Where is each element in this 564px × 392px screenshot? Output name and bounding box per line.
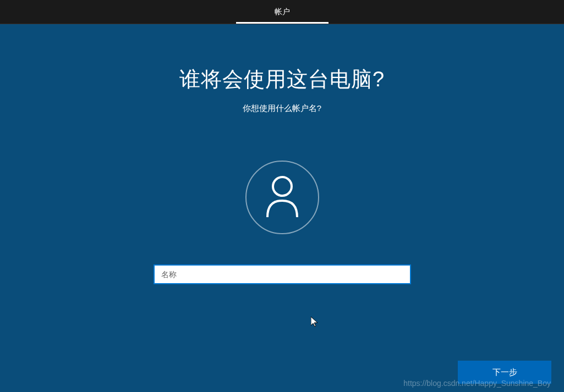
cursor-icon bbox=[311, 317, 320, 330]
page-subtitle: 你想使用什么帐户名? bbox=[243, 103, 321, 114]
tab-account[interactable]: 帐户 bbox=[236, 0, 328, 24]
username-input[interactable] bbox=[154, 264, 411, 284]
content-area: 谁将会使用这台电脑? 你想使用什么帐户名? bbox=[0, 24, 564, 284]
tab-account-label: 帐户 bbox=[275, 7, 290, 17]
header-bar: 帐户 bbox=[0, 0, 564, 24]
page-title: 谁将会使用这台电脑? bbox=[179, 65, 385, 93]
user-icon bbox=[263, 174, 302, 220]
svg-point-0 bbox=[273, 177, 292, 196]
user-avatar-placeholder bbox=[245, 161, 319, 234]
next-button[interactable]: 下一步 bbox=[458, 361, 551, 384]
